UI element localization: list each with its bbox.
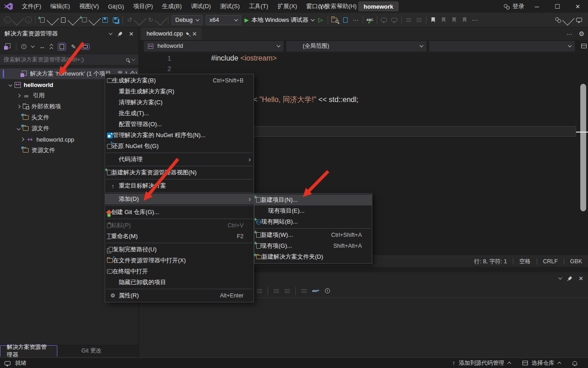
- menu-bar-item[interactable]: 文件(F): [17, 0, 46, 12]
- chevron-down-icon[interactable]: [68, 13, 80, 26]
- sign-in-button[interactable]: 登录: [503, 0, 524, 13]
- file-encoding[interactable]: GBK: [564, 258, 588, 265]
- next-message-icon[interactable]: [284, 289, 290, 293]
- select-repository-button[interactable]: 选择仓库: [532, 359, 554, 367]
- chevron-up-icon[interactable]: [558, 362, 561, 365]
- menu-bar-item[interactable]: Git(G): [103, 1, 128, 12]
- title-search[interactable]: 搜索: [319, 0, 342, 13]
- document-tab[interactable]: helloworld.cpp ✕: [141, 27, 202, 40]
- text-editor-overflow-button[interactable]: ···: [471, 15, 479, 25]
- collapse-all-icon[interactable]: [50, 44, 53, 50]
- toggle-comment-button[interactable]: [380, 15, 388, 25]
- solution-search-input[interactable]: 搜索解决方案资源管理器(Ctrl+;): [0, 54, 138, 66]
- redo-button[interactable]: ↻: [147, 15, 154, 25]
- menu-bar-item[interactable]: 编辑(E): [46, 0, 75, 12]
- pending-changes-filter-icon[interactable]: [21, 44, 26, 49]
- context-menu-item[interactable]: 新建解决方案资源管理器视图(N): [105, 167, 253, 178]
- previous-bookmark-button[interactable]: [440, 15, 447, 25]
- submenu-item[interactable]: 现有项(G)... Shift+Alt+A: [254, 240, 372, 251]
- word-wrap-icon[interactable]: ab↵: [312, 289, 319, 293]
- tab-overflow-icon[interactable]: ···: [566, 31, 572, 37]
- undo-button[interactable]: ↺: [126, 15, 133, 25]
- scope-dropdown[interactable]: (全局范围): [286, 41, 426, 51]
- add-item-button[interactable]: [81, 15, 88, 25]
- context-menu-item[interactable]: 隐藏已卸载的项目: [105, 277, 253, 288]
- chevron-down-icon[interactable]: [558, 276, 562, 279]
- sidebar-tab[interactable]: Git 更改: [57, 345, 126, 357]
- context-menu-item[interactable]: 添加(D) ›: [105, 194, 253, 204]
- context-menu-item[interactable]: 代码清理 ›: [105, 154, 253, 165]
- submenu-item[interactable]: 新建解决方案文件夹(D): [254, 251, 372, 262]
- platform-dropdown[interactable]: x64: [206, 15, 241, 25]
- open-file-button[interactable]: [60, 15, 67, 25]
- chevron-down-icon[interactable]: [12, 13, 24, 26]
- sidebar-tab[interactable]: 解决方案资源管理器: [0, 345, 57, 357]
- sync-with-active-document-icon[interactable]: ↔: [39, 43, 45, 50]
- preview-selected-items-toggle[interactable]: [81, 44, 90, 50]
- increase-indent-button[interactable]: [416, 15, 423, 25]
- project-dropdown[interactable]: helloworld: [144, 41, 284, 51]
- context-menu-item[interactable]: 批生成(T)...: [105, 108, 253, 119]
- context-menu-item[interactable]: 管理解决方案的 NuGet 程序包(N)...: [105, 130, 253, 141]
- context-menu-item[interactable]: 属性(R) Alt+Enter: [105, 290, 253, 301]
- chevron-down-icon[interactable]: [89, 13, 101, 26]
- close-icon[interactable]: ✕: [578, 275, 583, 282]
- chevron-down-icon[interactable]: [109, 31, 112, 35]
- configuration-dropdown[interactable]: Debug: [172, 15, 203, 25]
- find-in-files-button[interactable]: [331, 15, 339, 25]
- save-button[interactable]: [101, 15, 109, 25]
- editor-vertical-scrollbar[interactable]: [580, 84, 586, 211]
- menu-bar-item[interactable]: 扩展(X): [273, 0, 301, 12]
- edit-pencil-icon[interactable]: ✎: [71, 43, 76, 50]
- submenu-item[interactable]: 现有网站(B)...: [254, 216, 372, 227]
- expander-chevron-icon[interactable]: [20, 138, 24, 141]
- spell-checker-button[interactable]: ABC: [366, 15, 374, 25]
- maximize-button[interactable]: ☐: [547, 0, 568, 13]
- chevron-down-icon[interactable]: [563, 13, 575, 26]
- context-menu-item[interactable]: 清理解决方案(C): [105, 97, 253, 108]
- next-bookmark-button[interactable]: [451, 15, 458, 25]
- close-icon[interactable]: ✕: [129, 31, 134, 37]
- close-icon[interactable]: ✕: [192, 31, 197, 37]
- new-project-button[interactable]: [39, 15, 46, 25]
- feedback-bubble-icon[interactable]: [5, 361, 10, 365]
- clear-bookmarks-button[interactable]: [461, 15, 468, 25]
- submenu-item[interactable]: 现有项目(E)...: [254, 205, 372, 216]
- clear-all-icon[interactable]: [301, 289, 307, 293]
- line-ending[interactable]: CRLF: [537, 258, 564, 265]
- menu-bar-item[interactable]: 视图(V): [75, 0, 103, 12]
- context-menu-item[interactable]: 重定目标解决方案: [105, 180, 253, 191]
- cursor-position[interactable]: 行: 8, 字符: 1: [468, 258, 513, 266]
- chevron-up-icon[interactable]: [507, 362, 511, 365]
- minimize-button[interactable]: ─: [527, 0, 547, 13]
- context-menu-item[interactable]: 配置管理器(O)...: [105, 119, 253, 130]
- submenu-item[interactable]: 新建项目(N)...: [254, 194, 372, 205]
- context-menu-item[interactable]: 复制完整路径(U): [105, 244, 253, 255]
- context-menu-item[interactable]: 在文件资源管理器中打开(X): [105, 255, 253, 266]
- save-all-button[interactable]: [112, 15, 119, 25]
- menu-bar-item[interactable]: 工具(T): [244, 0, 273, 12]
- chevron-down-icon[interactable]: [47, 13, 59, 26]
- toggle-bookmark-button[interactable]: [430, 15, 437, 25]
- send-feedback-button[interactable]: [575, 15, 583, 25]
- indentation-mode[interactable]: 空格: [513, 258, 537, 266]
- show-all-files-toggle[interactable]: [58, 43, 66, 51]
- split-window-icon[interactable]: [581, 44, 587, 48]
- expander-chevron-icon[interactable]: [9, 83, 12, 87]
- context-menu-item[interactable]: 粘贴(P) Ctrl+V: [105, 220, 253, 231]
- gear-icon[interactable]: ⚙: [578, 30, 584, 37]
- previous-message-icon[interactable]: [274, 289, 279, 293]
- chevron-down-icon[interactable]: [31, 44, 35, 47]
- live-share-button[interactable]: [554, 15, 562, 25]
- expander-chevron-icon[interactable]: [17, 127, 20, 130]
- sync-with-active-document-button[interactable]: [342, 15, 349, 25]
- pin-icon[interactable]: [186, 32, 189, 35]
- member-dropdown[interactable]: [429, 41, 575, 51]
- decrease-indent-button[interactable]: [405, 15, 412, 25]
- timestamp-icon[interactable]: [325, 288, 330, 293]
- context-menu-item[interactable]: 重新生成解决方案(R): [105, 86, 253, 97]
- close-button[interactable]: ✕: [568, 0, 588, 13]
- start-debugging-button[interactable]: ▶ 本地 Windows 调试器: [244, 16, 314, 24]
- switch-views-icon[interactable]: [4, 43, 11, 50]
- add-to-source-control-button[interactable]: 添加到源代码管理: [459, 359, 504, 367]
